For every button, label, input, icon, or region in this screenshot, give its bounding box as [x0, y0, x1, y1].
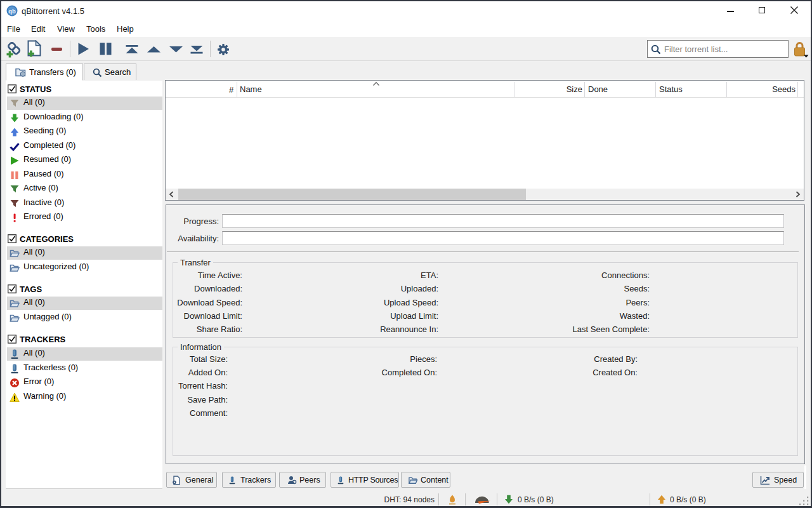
svg-text:qb: qb — [8, 8, 16, 15]
